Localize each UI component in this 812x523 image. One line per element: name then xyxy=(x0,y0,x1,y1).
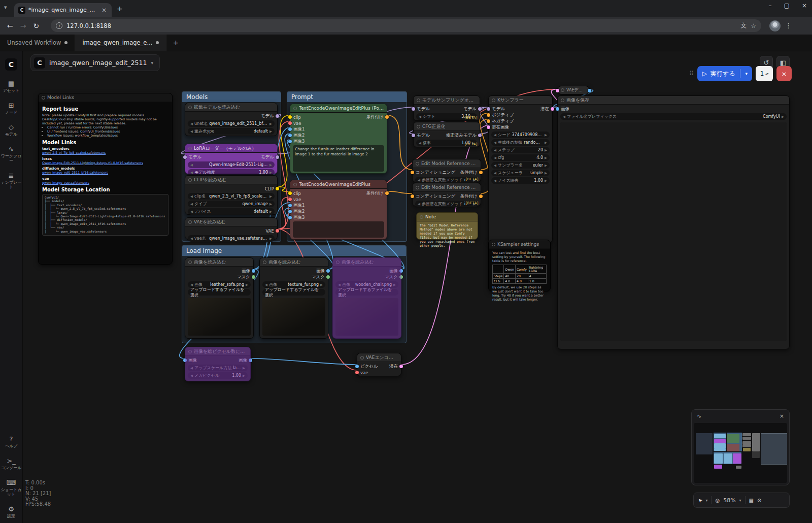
widget-clip名[interactable]: ◀clip名qwen_2.5_vl_7b_fp8_scaled.safetens… xyxy=(188,193,275,200)
widget-unet名[interactable]: ◀unet名qwen_image_edit_2511_bf16.safetens… xyxy=(188,120,275,127)
input-port-モデル[interactable]: モデル xyxy=(188,154,201,160)
collapse-dot[interactable] xyxy=(561,99,564,102)
upload-button[interactable]: アップロードするファイルを選択 xyxy=(188,289,251,296)
collapse-dot[interactable] xyxy=(336,260,340,264)
output-port-モデル[interactable]: モデル xyxy=(261,113,275,119)
minimap-close-icon[interactable]: × xyxy=(780,413,784,419)
input-port-clip[interactable]: clip xyxy=(293,114,304,120)
port-dot[interactable] xyxy=(288,140,292,143)
node-load-vae[interactable]: VAEを読み込む VAE ◀vae名qwen_image_vae.safeten… xyxy=(185,217,278,240)
node-load-image-3-bypassed[interactable]: 画像を読み込む 画像マスク ◀画像wooden_chair.png▶アップロード… xyxy=(332,257,401,339)
input-port-clip[interactable]: clip xyxy=(293,190,304,196)
collapse-dot[interactable] xyxy=(561,88,564,92)
widget-value[interactable]: 1.00 xyxy=(232,373,241,378)
output-port-条件付け[interactable]: 条件付け xyxy=(366,114,384,120)
port-dot[interactable] xyxy=(411,171,414,174)
minimap-viewport[interactable] xyxy=(694,423,787,483)
widget-left-arrow[interactable]: ◀ xyxy=(190,366,193,370)
link-visibility-icon[interactable]: ⊘ xyxy=(757,498,761,503)
widget-value[interactable]: lanczos xyxy=(233,366,241,370)
widget-right-arrow[interactable]: ▶ xyxy=(243,366,245,370)
widget-left-arrow[interactable]: ◀ xyxy=(494,179,496,183)
tab-search-icon[interactable]: ▾ xyxy=(4,4,7,11)
site-info-icon[interactable]: i xyxy=(56,22,62,29)
widget-value[interactable]: qwen_image xyxy=(242,202,268,206)
output-port-潜在[interactable]: 潜在 xyxy=(389,364,398,369)
port-dot[interactable] xyxy=(556,107,559,111)
input-port-ポジティブ[interactable]: ポジティブ xyxy=(491,112,514,118)
port-dot[interactable] xyxy=(288,204,292,207)
widget-タイプ[interactable]: ◀タイプqwen_image▶ xyxy=(188,201,275,207)
widget-ファイル名プレフィックス[interactable]: ◀ファイル名プレフィックスComfyUI▶ xyxy=(560,113,787,120)
widget-left-arrow[interactable]: ◀ xyxy=(190,283,193,287)
node-model-sampling-auraflow[interactable]: モデルサンプリングオーラフロー モデルモデル ◀シフト3.10▶ [BETA] xyxy=(413,95,480,121)
output-port-マスク[interactable]: マスク xyxy=(237,274,251,280)
input-port-モデル[interactable]: モデル xyxy=(416,133,430,138)
back-icon[interactable]: ← xyxy=(7,22,13,30)
window-close-button[interactable]: × xyxy=(802,2,807,9)
input-port-画像2[interactable]: 画像2 xyxy=(293,209,304,214)
widget-left-arrow[interactable]: ◀ xyxy=(190,163,193,167)
fit-view-icon[interactable]: ◎ xyxy=(715,498,720,503)
browser-tab[interactable]: C *image_qwen_image_edit_2511 × xyxy=(14,3,112,17)
output-port-モデル[interactable]: モデル xyxy=(463,106,477,112)
widget-value[interactable]: simple xyxy=(530,171,543,175)
node-note[interactable]: Note The "Edit Model Reference Method" n… xyxy=(416,212,478,240)
widget-value[interactable]: 1.00 xyxy=(534,178,543,183)
collapse-dot[interactable] xyxy=(492,99,495,102)
port-dot[interactable] xyxy=(288,115,292,119)
widget-value[interactable]: default xyxy=(254,209,268,214)
input-port-モデル[interactable]: モデル xyxy=(416,106,430,112)
port-dot[interactable] xyxy=(487,113,490,117)
group-title[interactable]: Load Image xyxy=(182,246,406,256)
new-tab-button[interactable]: + xyxy=(117,5,123,13)
collapse-dot[interactable] xyxy=(42,96,45,100)
node-ksampler[interactable]: Kサンプラー モデルポジティブネガティブ潜在画像潜在 ◀シード374470990… xyxy=(488,95,553,243)
node-load-image-2[interactable]: 画像を読み込む 画像マスク ◀画像texture_fur.png▶アップロードす… xyxy=(259,257,328,339)
collapse-dot[interactable] xyxy=(188,350,192,353)
upload-button[interactable]: アップロードするファイルを選択 xyxy=(335,289,398,296)
widget-value[interactable]: randomize xyxy=(524,140,543,145)
widget-right-arrow[interactable]: ▶ xyxy=(545,148,547,152)
model-download-link[interactable]: qwen_image_edit_2511_bf16.safetensors xyxy=(42,171,168,175)
widget-left-arrow[interactable]: ◀ xyxy=(563,115,565,119)
widget-value[interactable]: default xyxy=(254,129,268,134)
node-vae-decode-collapsed[interactable]: VAEデコード xyxy=(557,86,590,94)
widget-left-arrow[interactable]: ◀ xyxy=(190,194,193,199)
widget-right-arrow[interactable]: ▶ xyxy=(269,129,272,134)
widget-ノイズ除去[interactable]: ◀ノイズ除去1.00▶ xyxy=(491,177,550,184)
port-dot[interactable] xyxy=(183,155,187,159)
output-port-条件付け[interactable]: 条件付け xyxy=(460,193,478,199)
input-port-ネガティブ[interactable]: ネガティブ xyxy=(491,118,514,124)
collapse-dot[interactable] xyxy=(417,125,420,128)
issue-link[interactable]: UI / frontend issues: ComfyUI_frontend/i… xyxy=(47,129,168,134)
port-dot[interactable] xyxy=(399,365,403,368)
minimap-links-icon[interactable]: ∿ xyxy=(697,413,701,419)
widget-right-arrow[interactable]: ▶ xyxy=(782,115,784,119)
run-button[interactable]: ▷ 実行する ▾ xyxy=(697,66,752,81)
widget-right-arrow[interactable]: ▶ xyxy=(545,141,547,145)
port-dot[interactable] xyxy=(385,115,389,119)
widget-left-arrow[interactable]: ◀ xyxy=(190,202,193,206)
output-port-マスク[interactable]: マスク xyxy=(385,274,398,280)
collapse-dot[interactable] xyxy=(188,106,192,109)
widget-value[interactable]: qwen_2.5_vl_7b_fp8_scaled.safetensors xyxy=(209,194,268,199)
widget-value[interactable]: 20 xyxy=(538,148,543,152)
model-download-link[interactable]: qwen_image_vae.safetensors xyxy=(42,181,168,185)
widget-value[interactable]: 1.00 xyxy=(259,170,268,175)
node-vae-encode[interactable]: VAEエンコード ピクセルvae潜在 xyxy=(357,353,401,376)
prompt-textarea[interactable] xyxy=(293,221,384,238)
sidebar-item-templates[interactable]: ≣ テンプレート xyxy=(0,168,23,194)
port-dot[interactable] xyxy=(288,191,292,195)
widget-left-arrow[interactable]: ◀ xyxy=(494,148,496,152)
input-port-vae[interactable]: vae xyxy=(293,120,304,126)
widget-デバイス[interactable]: ◀デバイスdefault▶ xyxy=(188,208,275,215)
window-minimize-button[interactable]: – xyxy=(769,2,772,9)
port-dot[interactable] xyxy=(252,269,255,273)
minimap-toggle-icon[interactable]: ▦ xyxy=(749,498,754,503)
widget-right-arrow[interactable]: ▶ xyxy=(545,164,547,168)
url-text[interactable]: 127.0.0.1:8188 xyxy=(66,22,736,29)
zoom-chevron[interactable]: ▾ xyxy=(739,498,741,503)
collapse-dot[interactable] xyxy=(293,183,297,186)
sidebar-item-assets[interactable]: ▤ アセット xyxy=(0,76,23,97)
